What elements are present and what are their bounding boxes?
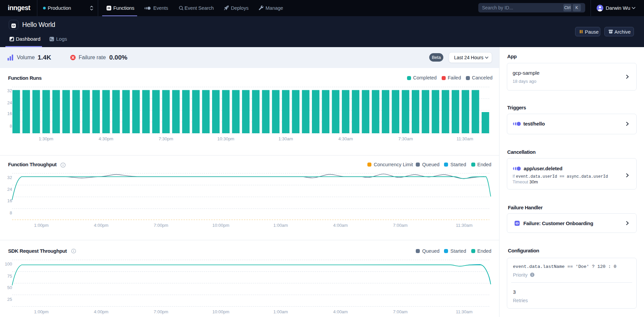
svg-text:4:30pm: 4:30pm — [99, 136, 113, 141]
svg-text:50: 50 — [7, 285, 12, 290]
svg-text:4:30am: 4:30am — [338, 136, 353, 141]
svg-text:4:00am: 4:00am — [333, 223, 348, 228]
svg-text:7:00am: 7:00am — [393, 223, 407, 228]
svg-text:7:00am: 7:00am — [393, 309, 407, 314]
svg-text:7:30pm: 7:30pm — [159, 136, 173, 141]
svg-text:11:30am: 11:30am — [456, 136, 473, 141]
svg-text:1:00pm: 1:00pm — [34, 309, 48, 314]
svg-text:8: 8 — [10, 210, 12, 215]
svg-text:16: 16 — [7, 198, 12, 203]
svg-text:1:30am: 1:30am — [279, 136, 293, 141]
svg-text:100: 100 — [5, 261, 12, 267]
svg-text:10:00pm: 10:00pm — [212, 309, 230, 314]
svg-text:4:00pm: 4:00pm — [94, 309, 108, 314]
svg-text:1:30pm: 1:30pm — [39, 136, 53, 141]
svg-text:7:00pm: 7:00pm — [154, 309, 168, 314]
svg-text:7:30am: 7:30am — [398, 136, 413, 141]
svg-text:1:00am: 1:00am — [273, 309, 288, 314]
svg-text:24: 24 — [7, 187, 12, 192]
svg-text:32: 32 — [7, 175, 12, 180]
svg-text:1:00am: 1:00am — [273, 223, 288, 228]
svg-text:4:00pm: 4:00pm — [94, 223, 108, 228]
svg-text:75: 75 — [7, 274, 12, 279]
svg-text:4:00am: 4:00am — [333, 309, 348, 314]
svg-text:10:00pm: 10:00pm — [212, 223, 230, 228]
svg-text:8: 8 — [10, 124, 12, 129]
svg-text:16: 16 — [7, 111, 12, 116]
svg-text:1:00pm: 1:00pm — [34, 223, 48, 228]
svg-text:25: 25 — [7, 297, 12, 302]
svg-text:32: 32 — [7, 88, 12, 93]
svg-text:11:30am: 11:30am — [456, 309, 473, 314]
svg-text:24: 24 — [7, 100, 12, 105]
svg-text:10:30pm: 10:30pm — [217, 136, 235, 141]
svg-text:7:00pm: 7:00pm — [154, 223, 168, 228]
svg-text:11:30am: 11:30am — [456, 223, 473, 228]
